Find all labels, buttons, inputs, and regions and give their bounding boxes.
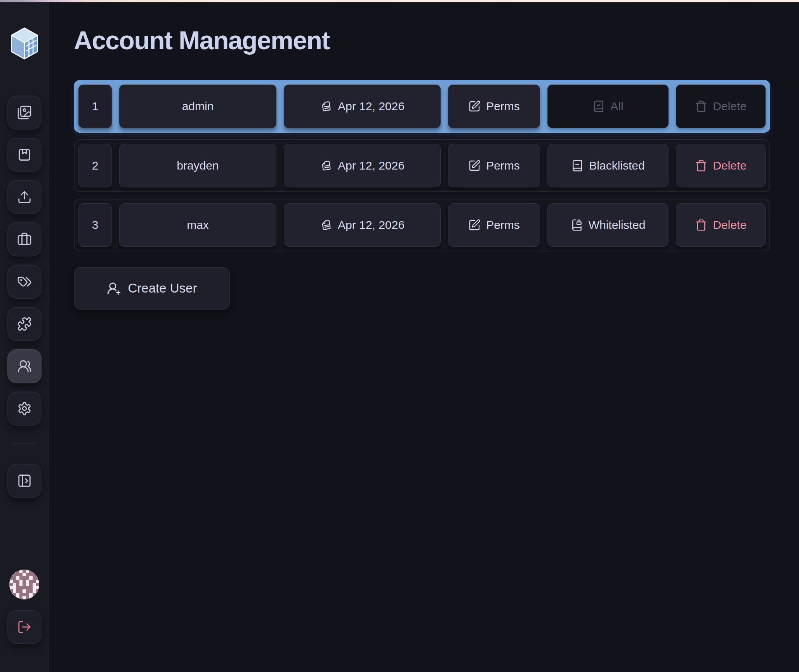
logout-button[interactable] (7, 610, 42, 644)
gear-icon (17, 401, 32, 416)
avatar[interactable] (9, 570, 39, 599)
user-row-brayden[interactable]: 2 brayden Apr 12, 2026 Perms Blacklisted… (74, 139, 770, 192)
logout-icon (17, 620, 32, 634)
package-bookmark-icon (17, 147, 32, 162)
status-label: Whitelisted (589, 218, 646, 232)
book-lock-icon (571, 219, 583, 231)
username-label: max (187, 218, 209, 232)
sidebar-divider (12, 443, 37, 443)
username-cell[interactable]: brayden (119, 144, 276, 187)
tag-lines-icon (320, 100, 332, 113)
page-title: Account Management (74, 26, 799, 55)
delete-button[interactable]: Delete (676, 144, 766, 187)
main-content: Account Management 1 admin Apr 12, 2026 … (50, 2, 799, 672)
delete-button[interactable]: Delete (676, 85, 766, 128)
user-plus-icon (107, 281, 121, 296)
sidebar-item-packages[interactable] (7, 138, 42, 172)
book-check-icon (592, 100, 605, 113)
create-user-label: Create User (128, 281, 197, 296)
created-date-cell[interactable]: Apr 12, 2026 (284, 203, 441, 247)
sidebar-item-upload[interactable] (7, 180, 42, 214)
created-date-cell[interactable]: Apr 12, 2026 (284, 85, 441, 128)
username-cell[interactable]: max (119, 203, 276, 247)
app-logo-cube-icon (10, 27, 39, 60)
trash-icon (695, 219, 707, 231)
user-row-max[interactable]: 3 max Apr 12, 2026 Perms Whitelisted Del… (74, 199, 770, 251)
puzzle-icon (17, 317, 32, 331)
perms-label: Perms (486, 100, 520, 113)
perms-button[interactable]: Perms (448, 203, 540, 247)
row-index: 2 (78, 144, 112, 187)
briefcase-icon (17, 232, 32, 247)
upload-icon (17, 190, 32, 204)
user-row-admin[interactable]: 1 admin Apr 12, 2026 Perms All Delete (74, 80, 770, 133)
perms-button[interactable]: Perms (448, 85, 540, 128)
perms-label: Perms (486, 159, 520, 172)
users-icon (17, 359, 32, 374)
square-pen-icon (468, 219, 481, 231)
panel-open-icon (17, 473, 32, 488)
sidebar-item-tags[interactable] (7, 265, 42, 299)
sidebar-item-users[interactable] (7, 349, 42, 383)
perms-button[interactable]: Perms (448, 144, 540, 187)
square-pen-icon (468, 100, 481, 113)
sidebar (0, 2, 49, 672)
row-index: 3 (78, 203, 112, 247)
username-cell[interactable]: admin (119, 85, 276, 128)
delete-button[interactable]: Delete (676, 203, 766, 247)
accounts-table: 1 admin Apr 12, 2026 Perms All Delete 2 … (74, 80, 799, 251)
trash-icon (695, 159, 707, 172)
book-minus-icon (571, 159, 584, 172)
created-date-label: Apr 12, 2026 (338, 100, 405, 113)
status-button-all[interactable]: All (547, 85, 669, 128)
tag-lines-icon (320, 219, 332, 231)
username-label: admin (182, 100, 214, 113)
sidebar-item-plugins[interactable] (7, 307, 42, 341)
perms-label: Perms (486, 218, 520, 232)
sidebar-item-gallery[interactable] (7, 95, 42, 130)
username-label: brayden (177, 159, 219, 172)
create-user-button[interactable]: Create User (74, 267, 230, 310)
tags-icon (17, 274, 32, 289)
sidebar-item-inventory[interactable] (7, 222, 42, 256)
trash-icon (695, 100, 707, 113)
status-label: All (610, 100, 623, 113)
row-index: 1 (78, 85, 112, 128)
sidebar-expand-button[interactable] (7, 464, 42, 498)
sidebar-bottom (7, 570, 42, 644)
created-date-cell[interactable]: Apr 12, 2026 (284, 144, 441, 187)
created-date-label: Apr 12, 2026 (338, 159, 405, 172)
sidebar-nav (7, 95, 42, 426)
status-label: Blacklisted (589, 159, 644, 172)
status-button-blacklisted[interactable]: Blacklisted (547, 144, 669, 187)
sidebar-item-settings[interactable] (7, 391, 42, 426)
status-button-whitelisted[interactable]: Whitelisted (547, 203, 669, 247)
square-pen-icon (468, 159, 481, 172)
window-top-strip (0, 0, 799, 2)
delete-label: Delete (713, 218, 747, 232)
delete-label: Delete (713, 159, 747, 172)
pixel-identicon (9, 570, 39, 599)
tag-lines-icon (320, 159, 332, 172)
images-icon (17, 105, 32, 120)
created-date-label: Apr 12, 2026 (338, 218, 405, 232)
delete-label: Delete (713, 100, 747, 113)
